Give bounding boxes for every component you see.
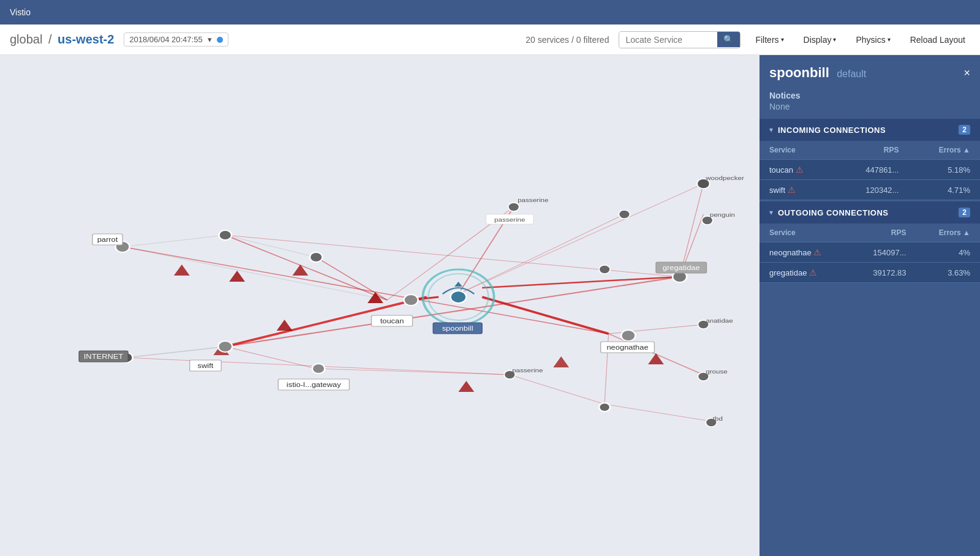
svg-point-61 xyxy=(450,291,466,303)
outgoing-connections-count: 2 xyxy=(959,208,970,217)
svg-point-43 xyxy=(219,230,232,240)
svg-text:INTERNET: INTERNET xyxy=(84,353,123,359)
breadcrumb: global / us-west-2 xyxy=(10,32,114,47)
breadcrumb-global[interactable]: global xyxy=(10,32,42,46)
panel-service-name[interactable]: spoonbill xyxy=(769,65,829,80)
incoming-service-name-0[interactable]: toucan xyxy=(769,165,793,175)
svg-line-24 xyxy=(605,404,711,421)
outgoing-service-name-0[interactable]: neognathae xyxy=(769,248,812,257)
svg-text:passerine: passerine xyxy=(512,367,543,374)
incoming-connections-header[interactable]: ▾ INCOMING CONNECTIONS 2 xyxy=(760,119,980,141)
svg-text:spoonbill: spoonbill xyxy=(442,325,473,331)
incoming-connections-section: ▾ INCOMING CONNECTIONS 2 Service RPS Err… xyxy=(760,119,980,200)
outgoing-service-cell-0: neognathae ⚠ xyxy=(760,242,850,263)
outgoing-chevron: ▾ xyxy=(769,208,773,217)
svg-line-26 xyxy=(225,277,680,347)
svg-point-44 xyxy=(310,252,323,262)
panel-close-button[interactable]: × xyxy=(963,67,970,78)
outgoing-row[interactable]: gregatidae ⚠ 39172.83 3.63% xyxy=(760,263,980,283)
physics-button[interactable]: Physics xyxy=(851,32,895,47)
incoming-row[interactable]: swift ⚠ 120342... 4.71% xyxy=(760,180,980,200)
notices-section: Notices None xyxy=(760,86,980,119)
svg-line-11 xyxy=(225,235,388,300)
svg-line-7 xyxy=(123,235,225,247)
incoming-col-rps[interactable]: RPS xyxy=(835,141,909,160)
notices-value: None xyxy=(769,102,970,111)
outgoing-errors-0: 4% xyxy=(916,242,981,263)
svg-text:gregatidae: gregatidae xyxy=(663,265,700,271)
outgoing-col-errors[interactable]: Errors ▲ xyxy=(916,224,981,242)
outgoing-connections-title: OUTGOING CONNECTIONS xyxy=(778,208,954,217)
incoming-col-service[interactable]: Service xyxy=(760,141,835,160)
svg-marker-33 xyxy=(174,265,190,276)
nav-bar: global / us-west-2 2018/06/04 20:47:55 ▾… xyxy=(0,24,980,55)
warning-icon: ⚠ xyxy=(788,185,796,195)
outgoing-col-service[interactable]: Service xyxy=(760,224,850,242)
svg-point-38 xyxy=(508,203,519,211)
svg-text:tbd: tbd xyxy=(713,416,723,422)
warning-icon: ⚠ xyxy=(809,268,817,277)
svg-marker-34 xyxy=(458,381,474,392)
incoming-errors-0: 5.18% xyxy=(908,160,980,180)
svg-text:swift: swift xyxy=(198,363,214,369)
svg-text:penguin: penguin xyxy=(710,212,736,218)
incoming-rps-0: 447861... xyxy=(835,160,909,180)
svg-marker-30 xyxy=(277,320,293,331)
incoming-chevron: ▾ xyxy=(769,126,773,134)
outgoing-connections-header[interactable]: ▾ OUTGOING CONNECTIONS 2 xyxy=(760,201,980,224)
svg-text:grouse: grouse xyxy=(706,369,728,375)
breadcrumb-region[interactable]: us-west-2 xyxy=(58,32,114,46)
outgoing-service-name-1[interactable]: gregatidae xyxy=(769,268,807,277)
app-title: Vistio xyxy=(10,7,31,17)
incoming-connections-count: 2 xyxy=(959,125,970,135)
outgoing-errors-1: 3.63% xyxy=(916,263,981,283)
incoming-rps-1: 120342... xyxy=(835,180,909,200)
outgoing-rps-1: 39172.83 xyxy=(850,263,916,283)
outgoing-col-rps[interactable]: RPS xyxy=(850,224,916,242)
svg-point-78 xyxy=(312,364,325,374)
app-bar: Vistio xyxy=(0,0,980,24)
svg-line-8 xyxy=(225,235,316,257)
svg-text:passerine: passerine xyxy=(494,217,526,223)
incoming-connections-table: Service RPS Errors ▲ toucan ⚠ 447861... … xyxy=(760,141,980,200)
reload-layout-button[interactable]: Reload Layout xyxy=(905,32,970,47)
incoming-errors-1: 4.71% xyxy=(908,180,980,200)
svg-point-53 xyxy=(404,295,418,306)
svg-marker-35 xyxy=(553,356,569,367)
svg-point-68 xyxy=(621,330,635,341)
svg-marker-64 xyxy=(454,282,462,287)
svg-marker-32 xyxy=(292,265,308,276)
panel-service-env: default xyxy=(837,69,866,79)
filters-button[interactable]: Filters xyxy=(750,32,788,47)
incoming-service-name-1[interactable]: swift xyxy=(769,186,785,195)
panel-title-area: spoonbill default xyxy=(769,65,866,81)
timestamp-selector[interactable]: 2018/06/04 20:47:55 ▾ xyxy=(124,32,228,47)
outgoing-connections-table: Service RPS Errors ▲ neognathae ⚠ 154097… xyxy=(760,224,980,283)
panel-header: spoonbill default × xyxy=(760,55,980,86)
incoming-col-errors[interactable]: Errors ▲ xyxy=(908,141,980,160)
side-panel: spoonbill default × Notices None ▾ INCOM… xyxy=(760,55,980,556)
warning-icon: ⚠ xyxy=(813,247,821,257)
outgoing-connections-section: ▾ OUTGOING CONNECTIONS 2 Service RPS Err… xyxy=(760,201,980,283)
svg-point-56 xyxy=(218,341,232,352)
svg-text:anatidae: anatidae xyxy=(706,318,733,324)
svg-line-22 xyxy=(316,369,510,375)
svg-marker-31 xyxy=(229,271,245,282)
locate-service-widget[interactable]: 🔍 xyxy=(619,31,741,48)
outgoing-row[interactable]: neognathae ⚠ 154097... 4% xyxy=(760,242,980,263)
outgoing-service-cell-1: gregatidae ⚠ xyxy=(760,263,850,283)
display-button[interactable]: Display xyxy=(799,32,842,47)
svg-line-23 xyxy=(510,375,605,404)
breadcrumb-sep: / xyxy=(48,32,55,46)
svg-text:parrot: parrot xyxy=(97,236,119,242)
incoming-row[interactable]: toucan ⚠ 447861... 5.18% xyxy=(760,160,980,180)
locate-service-button[interactable]: 🔍 xyxy=(717,32,740,47)
svg-line-10 xyxy=(316,257,387,300)
svg-text:toucan: toucan xyxy=(380,318,404,324)
locate-service-input[interactable] xyxy=(619,32,717,48)
svg-line-9 xyxy=(126,347,225,358)
svg-line-4 xyxy=(482,297,608,334)
svg-text:istio-l...gateway: istio-l...gateway xyxy=(287,381,341,388)
outgoing-rps-0: 154097... xyxy=(850,242,916,263)
svg-point-49 xyxy=(599,403,610,411)
